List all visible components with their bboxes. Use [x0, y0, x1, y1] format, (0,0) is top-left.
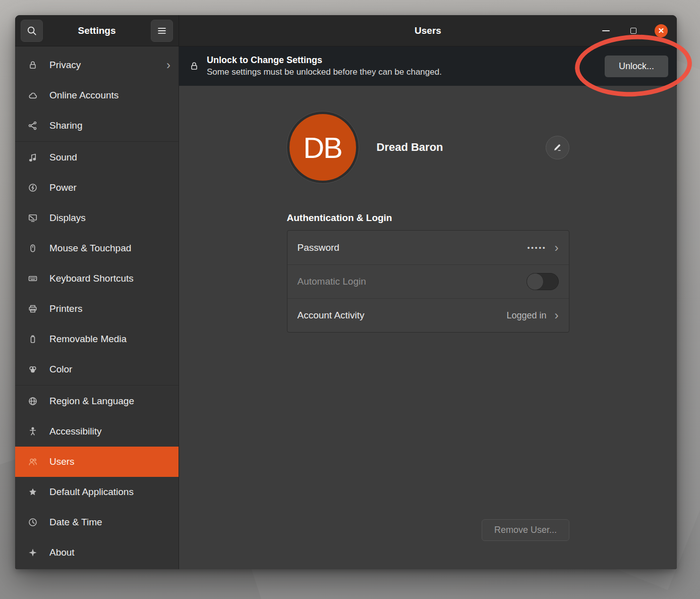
sidebar-item-label: Accessibility: [49, 426, 101, 437]
edit-name-button[interactable]: [546, 136, 569, 159]
titlebar: Settings Users ✕: [15, 15, 677, 46]
sidebar-item-users[interactable]: Users: [15, 447, 179, 477]
auth-row-right: •••••›: [528, 244, 559, 251]
sidebar-item-sharing[interactable]: Sharing: [15, 111, 179, 141]
sidebar-item-color[interactable]: Color: [15, 354, 179, 385]
maximize-button[interactable]: [627, 24, 640, 37]
usb-drive-icon: [28, 334, 38, 344]
sidebar-item-label: Online Accounts: [49, 90, 119, 101]
clock-icon: [28, 517, 38, 527]
main-panel: Unlock to Change Settings Some settings …: [179, 46, 677, 569]
auth-row-label: Account Activity: [298, 310, 365, 321]
mouse-icon: [28, 243, 38, 253]
page-title: Users: [415, 25, 441, 36]
users-content: DB Dread Baron Authentication & Login Pa…: [179, 86, 677, 569]
main-headerbar: Users ✕: [179, 15, 677, 46]
sidebar-title: Settings: [78, 25, 116, 36]
close-icon: ✕: [658, 27, 665, 34]
sidebar-item-label: Date & Time: [49, 517, 102, 528]
user-name: Dread Baron: [377, 141, 443, 154]
sidebar-item-mouse-touchpad[interactable]: Mouse & Touchpad: [15, 233, 179, 263]
close-button[interactable]: ✕: [655, 24, 668, 37]
share-icon: [28, 121, 38, 131]
sidebar-item-label: Printers: [49, 303, 82, 314]
remove-user-button[interactable]: Remove User...: [482, 519, 569, 541]
unlock-banner: Unlock to Change Settings Some settings …: [179, 46, 677, 86]
window-controls: ✕: [599, 15, 668, 46]
sidebar-item-region-language[interactable]: Region & Language: [15, 386, 179, 416]
toggle-knob: [527, 273, 544, 290]
banner-title: Unlock to Change Settings: [207, 55, 442, 66]
sidebar-divider: [15, 141, 179, 142]
sidebar-item-label: Removable Media: [49, 334, 127, 345]
sidebar-item-displays[interactable]: Displays: [15, 203, 179, 233]
display-icon: [28, 213, 38, 223]
minimize-button[interactable]: [599, 24, 612, 37]
auth-section: Password•••••›Automatic LoginAccount Act…: [287, 230, 569, 333]
accessibility-icon: [28, 426, 38, 437]
sidebar-item-keyboard-shortcuts[interactable]: Keyboard Shortcuts: [15, 263, 179, 294]
avatar-initials: DB: [303, 131, 342, 165]
sidebar-item-removable-media[interactable]: Removable Media: [15, 324, 179, 354]
color-circles-icon: [28, 364, 38, 374]
sidebar-item-label: Sound: [49, 152, 77, 163]
sidebar-item-label: Privacy: [49, 60, 81, 71]
auth-row-right: Logged in›: [506, 310, 558, 321]
sidebar-item-label: Users: [49, 456, 75, 467]
automatic-login-toggle[interactable]: [527, 273, 559, 290]
printer-icon: [28, 304, 38, 314]
menu-button[interactable]: [151, 20, 173, 42]
sidebar: Privacy›Online AccountsSharingSoundPower…: [15, 46, 179, 569]
sidebar-header: Settings: [15, 15, 179, 46]
avatar[interactable]: DB: [287, 112, 359, 183]
music-note-icon: [28, 152, 38, 162]
sidebar-item-label: Default Applications: [49, 486, 134, 498]
banner-text: Unlock to Change Settings Some settings …: [207, 55, 442, 77]
pencil-icon: [552, 142, 562, 152]
user-row: DB Dread Baron: [287, 86, 569, 183]
sparkle-icon: [28, 548, 38, 558]
sidebar-item-label: Power: [49, 182, 77, 193]
minimize-icon: [602, 30, 610, 31]
auth-row-right: [527, 273, 559, 290]
hamburger-icon: [156, 25, 167, 36]
sidebar-item-label: Color: [49, 364, 72, 375]
lock-icon: [28, 60, 38, 70]
power-icon: [28, 183, 38, 193]
sidebar-item-online-accounts[interactable]: Online Accounts: [15, 80, 179, 111]
sidebar-item-privacy[interactable]: Privacy›: [15, 50, 179, 80]
star-icon: [28, 487, 38, 497]
auth-row-value: •••••: [528, 244, 547, 251]
sidebar-item-label: Sharing: [49, 120, 83, 131]
settings-window: Settings Users ✕ Privacy›Online Accounts…: [15, 15, 677, 569]
lock-icon: [189, 61, 199, 72]
sidebar-item-power[interactable]: Power: [15, 173, 179, 203]
sidebar-item-label: About: [49, 547, 75, 558]
maximize-icon: [630, 28, 636, 34]
users-icon: [28, 457, 38, 467]
auth-row-label: Automatic Login: [298, 276, 366, 287]
auth-row-automatic-login: Automatic Login: [287, 264, 569, 298]
globe-icon: [28, 396, 38, 406]
sidebar-item-label: Mouse & Touchpad: [49, 243, 131, 254]
sidebar-item-printers[interactable]: Printers: [15, 294, 179, 324]
keyboard-icon: [28, 274, 38, 284]
sidebar-divider: [15, 385, 179, 386]
auth-row-account-activity[interactable]: Account ActivityLogged in›: [287, 298, 569, 332]
sidebar-item-about[interactable]: About: [15, 537, 179, 568]
sidebar-item-default-applications[interactable]: Default Applications: [15, 477, 179, 507]
unlock-button[interactable]: Unlock...: [605, 56, 668, 77]
auth-row-password[interactable]: Password•••••›: [287, 231, 569, 264]
search-icon: [26, 25, 37, 36]
sidebar-item-label: Region & Language: [49, 396, 134, 407]
sidebar-item-label: Keyboard Shortcuts: [49, 273, 134, 284]
search-button[interactable]: [21, 20, 43, 42]
auth-row-value: Logged in: [506, 310, 546, 321]
sidebar-item-accessibility[interactable]: Accessibility: [15, 416, 179, 447]
auth-row-label: Password: [298, 242, 339, 253]
auth-section-title: Authentication & Login: [287, 212, 569, 224]
sidebar-item-date-time[interactable]: Date & Time: [15, 507, 179, 537]
sidebar-item-label: Displays: [49, 212, 86, 224]
cloud-icon: [28, 90, 38, 100]
sidebar-item-sound[interactable]: Sound: [15, 142, 179, 173]
